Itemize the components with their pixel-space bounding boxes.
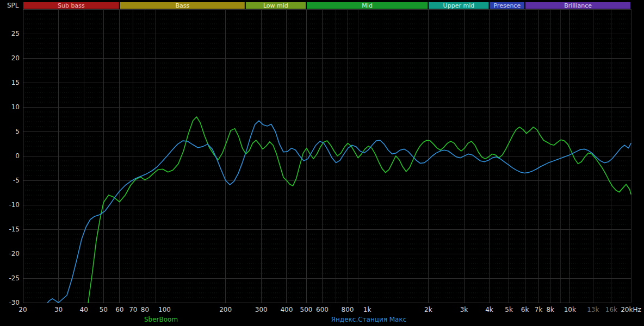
y-tick-label: -5 [13,177,20,184]
chart-container: Sub bassBassLow midMidUpper midPresenceB… [0,0,644,326]
band-label-presence: Presence [493,2,521,9]
x-tick-label: 200 [219,306,232,314]
band-label-low-mid: Low mid [263,2,288,9]
y-axis-title: SPL [7,2,19,9]
y-tick-label: -10 [9,201,20,209]
band-label-brilliance: Brilliance [564,2,592,9]
y-tick-label: 20 [11,54,20,62]
band-label-mid: Mid [362,2,373,9]
x-tick-label: 20 [18,306,27,314]
legend-yandex-station-max: Яндекс.Станция Макс [331,316,407,323]
y-tick-label: 0 [15,152,20,160]
y-tick-label: -25 [9,274,20,282]
band-label-bass: Bass [175,2,189,9]
x-tick-label: 100 [158,306,171,314]
x-tick-label: 40 [80,306,88,314]
y-tick-label: -30 [9,299,20,306]
y-tick-label: -20 [9,250,20,258]
x-tick-label: 2k [424,306,432,314]
x-tick-label: 500 [300,306,313,314]
x-tick-label: 600 [316,306,329,314]
x-tick-label: 800 [342,306,354,314]
spl-frequency-response-chart: Sub bassBassLow midMidUpper midPresenceB… [0,0,644,326]
x-tick-label: 30 [54,306,63,314]
x-tick-label: 13k [587,306,599,314]
x-tick-label: 8k [546,306,554,314]
x-tick-label: 7k [535,306,543,314]
y-tick-label: 15 [11,79,20,86]
band-label-sub-bass: Sub bass [58,2,85,9]
x-tick-label: 20kHz [621,306,641,314]
x-tick-label: 6k [521,306,529,314]
x-tick-label: 3k [460,306,468,314]
y-tick-label: 25 [11,30,20,37]
y-tick-label: -15 [9,225,20,233]
x-tick-label: 5k [505,306,513,314]
x-tick-label: 4k [485,306,493,314]
x-tick-label: 300 [255,306,268,314]
x-tick-label: 10k [564,306,576,314]
band-label-upper-mid: Upper mid [443,2,475,9]
x-tick-label: 1k [363,306,371,314]
x-tick-label: 50 [100,306,108,314]
x-tick-label: 16k [605,306,617,314]
x-tick-label: 60 [115,306,123,314]
x-tick-label: 80 [141,306,149,314]
x-tick-label: 70 [129,306,137,314]
y-tick-label: 5 [15,128,20,135]
legend-sberboom: SberBoom [144,316,178,323]
x-tick-label: 400 [280,306,293,314]
y-tick-label: 10 [11,103,20,111]
